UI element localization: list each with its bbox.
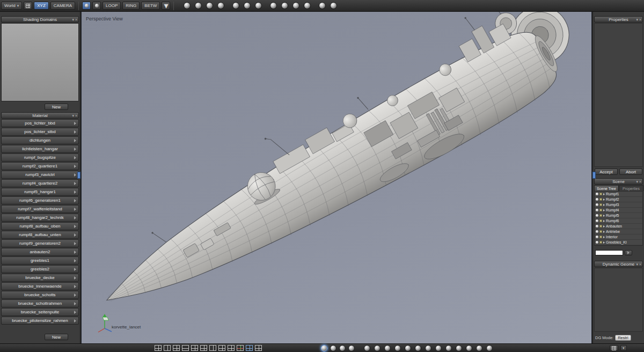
tool-sphere-icon[interactable] bbox=[184, 2, 191, 9]
chevron-down-icon[interactable]: ▾ bbox=[72, 114, 74, 118]
panel-splitter-handle[interactable] bbox=[592, 172, 596, 179]
material-item[interactable]: rumpf8_hangar2_technik bbox=[1, 214, 79, 222]
scene-filter-input[interactable] bbox=[595, 250, 623, 255]
layout-pane-icon[interactable] bbox=[218, 345, 225, 351]
layout-pane-icon[interactable] bbox=[200, 345, 207, 351]
properties-header[interactable]: Properties ▾ × bbox=[594, 16, 643, 23]
material-item[interactable]: dichtungen bbox=[1, 136, 79, 144]
material-item[interactable]: bruecke_seitenpulte bbox=[1, 308, 79, 316]
material-item[interactable]: rumpf3_navictrl bbox=[1, 171, 79, 179]
material-header[interactable]: Material ▾ × bbox=[1, 112, 79, 119]
tab-properties[interactable]: Properties bbox=[619, 185, 643, 191]
material-item[interactable]: rumpf8_aufbau_unten bbox=[1, 231, 79, 239]
tool-sphere-icon[interactable] bbox=[348, 345, 355, 351]
tool-sphere-icon[interactable] bbox=[466, 345, 472, 351]
expand-arrow-icon[interactable] bbox=[603, 204, 605, 206]
chevron-down-icon[interactable]: ▾ bbox=[636, 18, 638, 21]
layout-pane-icon[interactable] bbox=[191, 345, 198, 351]
visibility-icon[interactable] bbox=[596, 214, 598, 217]
panel-splitter-handle[interactable] bbox=[77, 172, 80, 179]
expand-arrow-icon[interactable] bbox=[603, 209, 605, 211]
chevron-down-icon[interactable]: ▾ bbox=[636, 262, 638, 266]
visibility-icon[interactable] bbox=[596, 193, 598, 195]
tool-sphere-icon[interactable] bbox=[217, 2, 224, 9]
expand-arrow-icon[interactable] bbox=[603, 231, 605, 233]
tool-sphere-icon[interactable] bbox=[415, 345, 421, 351]
layout-pane-icon[interactable] bbox=[246, 345, 253, 351]
material-item[interactable]: greebles1 bbox=[1, 256, 79, 265]
expand-arrow-icon[interactable] bbox=[603, 225, 605, 228]
material-item[interactable]: bruecke_innenwaende bbox=[1, 282, 79, 290]
material-item[interactable]: lichtleisten_hangar bbox=[1, 145, 79, 153]
tool-sphere-icon[interactable] bbox=[486, 345, 493, 351]
close-icon[interactable]: × bbox=[639, 180, 641, 184]
scene-tree-item[interactable]: Rumpf4 bbox=[595, 208, 642, 213]
scene-tree-item[interactable]: Anbauten bbox=[595, 224, 642, 229]
tool-sphere-icon[interactable] bbox=[394, 345, 401, 351]
between-button[interactable]: BETW bbox=[141, 2, 160, 10]
material-item[interactable]: rumpf9_generatoren2 bbox=[1, 239, 79, 247]
visibility-icon[interactable] bbox=[596, 203, 598, 206]
scene-filter-button[interactable] bbox=[625, 250, 632, 255]
tab-scene-tree[interactable]: Scene Tree bbox=[594, 185, 619, 191]
dropdown-icon-button[interactable]: ▾ bbox=[620, 345, 627, 351]
scene-tree-item[interactable]: Rumpf5 bbox=[595, 213, 642, 218]
visibility-icon[interactable] bbox=[596, 219, 598, 222]
visibility-icon[interactable] bbox=[596, 209, 598, 211]
material-item[interactable]: bruecke_schotts bbox=[1, 291, 79, 299]
scene-tree-item[interactable]: Rumpf2 bbox=[595, 197, 642, 202]
material-item[interactable]: rumpf4_quartiere2 bbox=[1, 179, 79, 187]
material-item[interactable]: pos_lichter_bbd bbox=[1, 119, 79, 127]
tool-sphere-icon[interactable] bbox=[321, 345, 327, 351]
toolbar-icon-button[interactable] bbox=[82, 2, 91, 10]
scene-tree-item[interactable]: Interior bbox=[595, 234, 642, 240]
tool-sphere-icon[interactable] bbox=[476, 345, 482, 351]
tool-sphere-icon[interactable] bbox=[195, 2, 202, 9]
scene-tree-item[interactable]: Antriebe bbox=[595, 229, 642, 234]
options-icon-button[interactable] bbox=[610, 345, 618, 351]
tool-sphere-icon[interactable] bbox=[319, 2, 326, 9]
material-item[interactable]: bruecke_pilotensitze_rahmen bbox=[1, 317, 79, 325]
expand-arrow-icon[interactable] bbox=[603, 220, 605, 222]
material-item[interactable]: anbauten2 bbox=[1, 248, 79, 256]
tool-sphere-icon[interactable] bbox=[281, 2, 288, 9]
ring-button[interactable]: RING bbox=[122, 2, 140, 10]
material-item[interactable]: pos_lichter_stbd bbox=[1, 128, 79, 136]
tool-sphere-icon[interactable] bbox=[270, 2, 277, 9]
layout-pane-icon[interactable] bbox=[255, 345, 262, 351]
material-item[interactable]: rumpf5_hangar1 bbox=[1, 188, 79, 196]
layout-pane-icon[interactable] bbox=[173, 345, 180, 351]
tool-sphere-icon[interactable] bbox=[339, 345, 346, 351]
perspective-viewport[interactable]: Perspective View bbox=[81, 12, 592, 343]
scene-tree-item[interactable]: Rumpf6 bbox=[595, 218, 642, 224]
layout-pane-icon[interactable] bbox=[155, 345, 162, 351]
wireframe-spaceship-model[interactable] bbox=[82, 12, 591, 343]
layout-pane-icon[interactable] bbox=[228, 345, 235, 351]
tool-sphere-icon[interactable] bbox=[330, 2, 337, 9]
dg-mode-dropdown[interactable]: Restri bbox=[615, 335, 631, 341]
shading-domains-list[interactable] bbox=[1, 23, 79, 101]
expand-arrow-icon[interactable] bbox=[603, 193, 605, 195]
dynamic-geometry-header[interactable]: Dynamic Geome ▾ × bbox=[594, 261, 643, 267]
scene-header[interactable]: Scene ▾ × bbox=[594, 178, 643, 185]
dropdown-icon-button[interactable]: ▾ bbox=[162, 2, 170, 10]
grid-icon-button[interactable] bbox=[24, 2, 32, 10]
toolbar-icon-button[interactable] bbox=[92, 2, 101, 10]
scene-tree-item[interactable]: Rumpf1 bbox=[595, 192, 642, 197]
material-item[interactable]: rumpf2_quartiere1 bbox=[1, 162, 79, 170]
tool-sphere-icon[interactable] bbox=[425, 345, 431, 351]
tool-sphere-icon[interactable] bbox=[244, 2, 251, 9]
tool-sphere-icon[interactable] bbox=[304, 2, 311, 9]
xyz-button[interactable]: XYZ bbox=[34, 2, 49, 10]
material-item[interactable]: bruecke_schottrahmen bbox=[1, 299, 79, 307]
tool-sphere-icon[interactable] bbox=[330, 345, 336, 351]
visibility-icon[interactable] bbox=[596, 241, 598, 244]
visibility-icon[interactable] bbox=[596, 236, 598, 238]
tool-sphere-icon[interactable] bbox=[292, 2, 299, 9]
expand-arrow-icon[interactable] bbox=[603, 236, 605, 238]
layout-pane-icon[interactable] bbox=[164, 345, 171, 351]
accept-button[interactable]: Accept bbox=[595, 168, 618, 175]
close-icon[interactable]: × bbox=[639, 262, 641, 266]
close-icon[interactable]: × bbox=[75, 114, 77, 118]
tool-sphere-icon[interactable] bbox=[255, 2, 262, 9]
